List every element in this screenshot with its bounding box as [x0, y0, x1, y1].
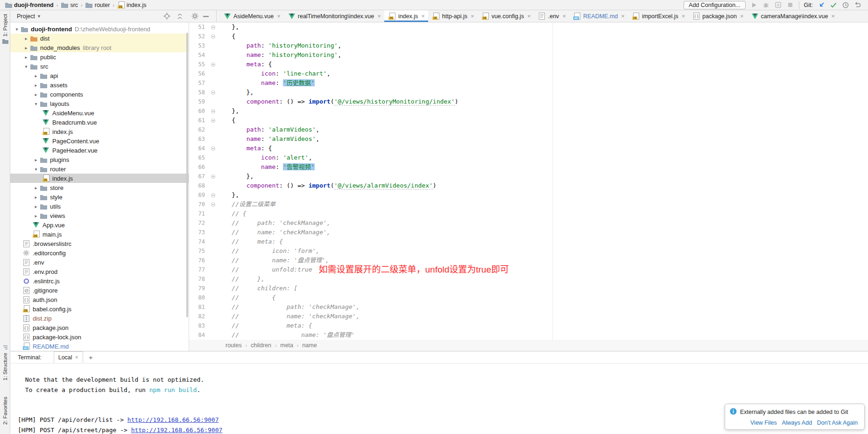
notification-action-link[interactable]: Don't Ask Again	[817, 420, 858, 426]
close-icon[interactable]: ×	[682, 13, 685, 20]
locate-file-icon[interactable]	[163, 13, 170, 20]
fold-marker[interactable]	[209, 147, 217, 151]
fold-marker[interactable]	[209, 109, 217, 113]
chevron-right-icon[interactable]: ▸	[22, 45, 30, 50]
tree-item[interactable]: MDREADME.md	[10, 342, 189, 351]
git-update-icon[interactable]	[818, 1, 825, 9]
chevron-right-icon[interactable]: ▸	[22, 36, 30, 41]
rollback-icon[interactable]	[854, 1, 861, 9]
line-number[interactable]: 57	[189, 80, 209, 86]
code-editor[interactable]: 51 },52 {53 path: 'historyMonitoring',54…	[189, 22, 868, 340]
editor-breadcrumb-item[interactable]: name	[302, 342, 317, 349]
tree-item[interactable]: JSmain.js	[10, 230, 189, 239]
tree-item[interactable]: ▸node_moduleslibrary root	[10, 43, 189, 52]
tree-item[interactable]: JSbabel.config.js	[10, 304, 189, 314]
close-icon[interactable]: ×	[831, 13, 835, 20]
fold-icon[interactable]	[211, 35, 215, 39]
line-number[interactable]: 81	[189, 304, 209, 310]
line-number[interactable]: 70	[189, 201, 209, 208]
line-number[interactable]: 74	[189, 238, 209, 245]
close-icon[interactable]: ×	[621, 13, 625, 20]
line-number[interactable]: 75	[189, 248, 209, 254]
tree-item[interactable]: ▾layouts	[10, 99, 189, 108]
close-icon[interactable]: ×	[377, 13, 381, 20]
line-number[interactable]: 69	[189, 192, 209, 198]
tree-item[interactable]: .editorconfig	[10, 248, 189, 258]
chevron-down-icon[interactable]: ▾	[13, 27, 21, 32]
chevron-right-icon[interactable]: ▸	[32, 157, 40, 162]
chevron-right-icon[interactable]: ▸	[32, 195, 40, 200]
fold-marker[interactable]	[209, 25, 217, 29]
terminal-link[interactable]: http://192.168.66.56:9007	[127, 416, 219, 423]
project-tree[interactable]: ▾duoji-frontendD:\zheheWeb\duoji-fronten…	[10, 22, 189, 351]
chevron-right-icon[interactable]: ▸	[22, 55, 30, 60]
close-icon[interactable]: ×	[75, 354, 78, 361]
breadcrumb-item[interactable]: src	[61, 1, 78, 9]
tree-item[interactable]: ▾src	[10, 62, 189, 71]
chevron-right-icon[interactable]: ▸	[32, 185, 40, 190]
chevron-down-icon[interactable]: ▾	[32, 167, 40, 172]
editor-tab[interactable]: JSindex.js×	[384, 10, 428, 22]
git-commit-icon[interactable]	[830, 1, 837, 9]
tree-item[interactable]: .env	[10, 258, 189, 267]
fold-icon[interactable]	[211, 109, 215, 113]
line-number[interactable]: 77	[189, 266, 209, 273]
breadcrumb-item[interactable]: duoji-frontend	[5, 1, 54, 9]
fold-marker[interactable]	[209, 35, 217, 39]
gear-icon[interactable]	[191, 13, 198, 20]
chevron-right-icon[interactable]: ▸	[32, 204, 40, 209]
close-icon[interactable]: ×	[421, 13, 425, 20]
debug-icon[interactable]	[762, 1, 770, 9]
line-number[interactable]: 56	[189, 70, 209, 77]
editor-tab[interactable]: MDREADME.md×	[569, 10, 628, 22]
run-icon[interactable]	[750, 1, 758, 9]
line-number[interactable]: 71	[189, 210, 209, 217]
fold-marker[interactable]	[209, 91, 217, 95]
tree-item[interactable]: .env.prod	[10, 267, 189, 276]
tree-item[interactable]: PageContent.vue	[10, 136, 189, 146]
tree-item[interactable]: PageHeader.vue	[10, 146, 189, 155]
tree-item[interactable]: ▸store	[10, 183, 189, 192]
tree-item[interactable]: ▸assets	[10, 80, 189, 90]
fold-icon[interactable]	[211, 25, 215, 29]
fold-marker[interactable]	[209, 193, 217, 197]
fold-icon[interactable]	[211, 119, 215, 123]
toolwindow-favorites-button[interactable]: 2: Favorites	[0, 397, 10, 425]
tree-item[interactable]: .browserslistrc	[10, 239, 189, 248]
chevron-right-icon[interactable]: ▸	[32, 213, 40, 218]
fold-marker[interactable]	[209, 119, 217, 123]
editor-tab[interactable]: JSvue.config.js×	[478, 10, 534, 22]
line-number[interactable]: 78	[189, 276, 209, 282]
editor-tab[interactable]: cameraManage\index.vue×	[747, 10, 838, 22]
line-number[interactable]: 83	[189, 322, 209, 329]
breadcrumb-item[interactable]: JSindex.js	[117, 1, 146, 9]
tree-item[interactable]: JSindex.js	[10, 174, 189, 183]
hide-panel-icon[interactable]	[202, 13, 210, 20]
line-number[interactable]: 62	[189, 126, 209, 133]
editor-tab[interactable]: .env×	[534, 10, 569, 22]
close-icon[interactable]: ×	[562, 13, 566, 20]
notification-action-link[interactable]: View Files	[750, 420, 777, 426]
editor-tab[interactable]: JShttp-api.js×	[428, 10, 478, 22]
project-panel-header[interactable]: Project ▼	[10, 10, 189, 22]
line-number[interactable]: 52	[189, 33, 209, 40]
chevron-down-icon[interactable]: ▾	[22, 64, 30, 69]
line-number[interactable]: 65	[189, 154, 209, 161]
editor-tab[interactable]: JSimportExcel.js×	[628, 10, 688, 22]
chevron-down-icon[interactable]: ▾	[32, 101, 40, 106]
tree-item[interactable]: App.vue	[10, 220, 189, 230]
tree-item[interactable]: ▸views	[10, 211, 189, 220]
line-number[interactable]: 68	[189, 182, 209, 189]
history-icon[interactable]	[842, 1, 849, 9]
tree-item[interactable]: {}auth.json	[10, 295, 189, 304]
terminal-link[interactable]: http://192.168.66.56:9007	[131, 427, 223, 434]
tree-item[interactable]: ▸api	[10, 71, 189, 80]
chevron-right-icon[interactable]: ▸	[32, 73, 40, 78]
line-number[interactable]: 84	[189, 332, 209, 338]
new-terminal-tab-button[interactable]: +	[89, 353, 93, 361]
tree-item[interactable]: ▸plugins	[10, 155, 189, 164]
project-tree-scrollbar[interactable]	[186, 33, 188, 317]
tree-item[interactable]: ▸style	[10, 192, 189, 202]
line-number[interactable]: 55	[189, 61, 209, 68]
line-number[interactable]: 54	[189, 52, 209, 58]
